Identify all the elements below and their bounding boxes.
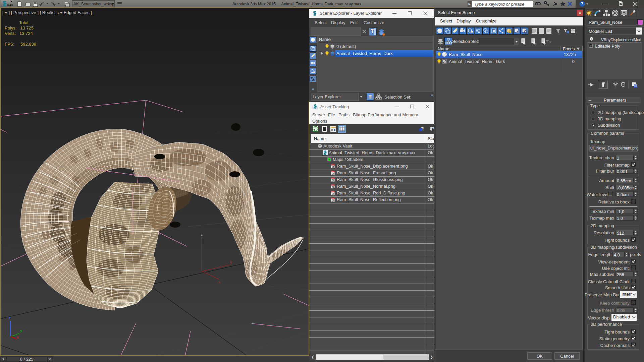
svg-text:MS: MS — [331, 178, 334, 179]
svg-text:MS: MS — [331, 198, 334, 199]
svg-text:x: x — [219, 280, 220, 284]
svg-text:y: y — [230, 260, 232, 264]
svg-text:MS: MS — [331, 164, 334, 166]
svg-text:?: ? — [591, 38, 592, 40]
svg-text:MS: MS — [331, 171, 334, 173]
svg-text:MS: MS — [331, 191, 334, 193]
svg-text:MS: MS — [331, 184, 334, 186]
svg-text:?: ? — [432, 126, 434, 131]
svg-text:x: x — [17, 335, 19, 339]
svg-text:z: z — [201, 233, 203, 236]
svg-text:y: y — [20, 328, 22, 333]
svg-text:z: z — [9, 316, 11, 320]
svg-text:?: ? — [421, 126, 424, 131]
